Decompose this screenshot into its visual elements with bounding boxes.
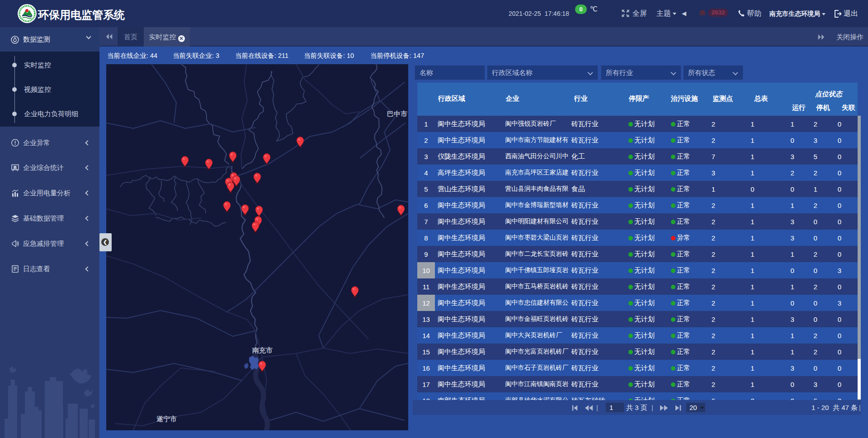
svg-text:南充市: 南充市: [252, 346, 273, 354]
svg-text:奥: 奥: [13, 165, 17, 170]
svg-text:巴中市: 巴中市: [387, 110, 407, 118]
svg-text:遂宁市: 遂宁市: [156, 415, 177, 423]
